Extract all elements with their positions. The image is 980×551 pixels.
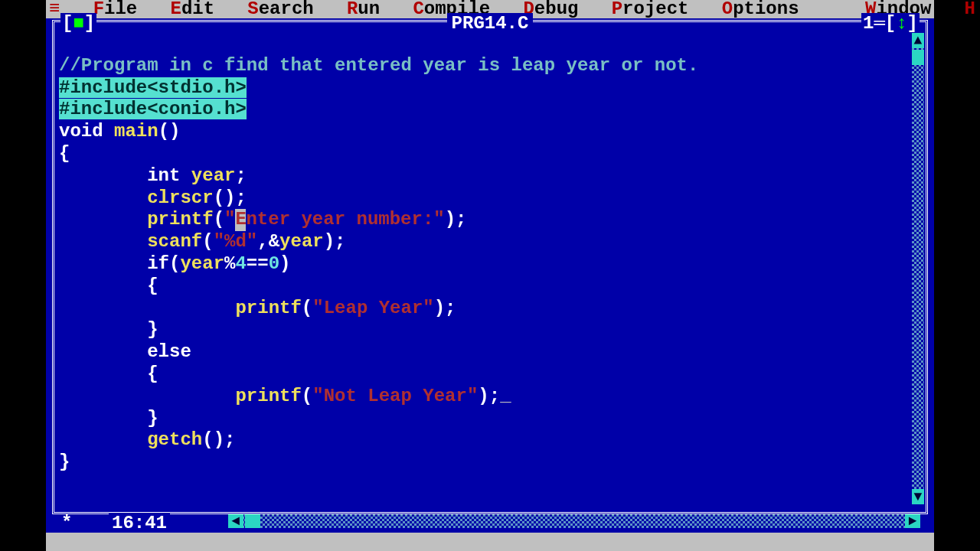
code-line: else [59,341,191,362]
scroll-thumb[interactable] [245,514,260,528]
menu-window[interactable]: Window [865,0,931,20]
menu-debug[interactable]: Debug [523,0,578,20]
editor-footer: * 16:41 ◄ ► [52,514,928,531]
code-line: #include<conio.h> [59,99,247,119]
menu-help[interactable]: Help [965,0,980,20]
code-editor[interactable]: //Program in c find that entered year is… [59,33,910,507]
code-line: printf("Enter year number:"); [59,209,467,230]
code-line: printf("Leap Year"); [59,298,456,318]
code-line: clrscr(); [59,187,247,208]
code-line: { [59,143,70,164]
scroll-up-icon[interactable]: ▲ [912,33,924,48]
vertical-scrollbar[interactable]: ▲ ▼ [912,33,924,504]
editor-frame: [■] PRG14.C 1═[↕] //Program in c find th… [52,20,928,514]
scroll-thumb[interactable] [912,50,924,65]
code-line: getch(); [59,429,235,450]
code-line: #include<stdio.h> [59,77,247,98]
code-line: } [59,408,158,429]
menu-search[interactable]: Search [247,0,313,20]
menu-edit[interactable]: Edit [170,0,214,20]
menu-file[interactable]: File [93,0,138,20]
menu-compile[interactable]: Compile [413,0,490,20]
cursor-position: 16:41 [109,513,170,535]
horizontal-scrollbar[interactable]: ◄ ► [228,514,920,528]
code-line: //Program in c find that entered year is… [59,55,698,76]
text-cursor: E [235,209,246,231]
scroll-left-icon[interactable]: ◄ [228,514,243,528]
menu-options[interactable]: Options [722,0,799,20]
system-menu-icon[interactable]: ≡ [49,0,60,20]
scroll-right-icon[interactable]: ► [905,514,920,528]
code-line: int year; [59,165,247,186]
code-line: printf("Not Leap Year");_ [59,386,511,406]
modified-indicator: * [61,513,72,535]
menu-run[interactable]: Run [347,0,380,20]
code-line: scanf("%d",&year); [59,231,346,252]
menu-project[interactable]: Project [612,0,689,20]
code-line: { [59,276,158,296]
code-line: } [59,319,158,340]
code-line: void main() [59,121,180,142]
editor-window: [■] PRG14.C 1═[↕] //Program in c find th… [46,18,934,533]
code-line: { [59,364,158,384]
scroll-down-icon[interactable]: ▼ [912,489,924,504]
code-line: } [59,452,70,472]
code-line: if(year%4==0) [59,253,290,274]
menu-bar[interactable]: ≡ File Edit Search Run Compile Debug Pro… [46,0,934,18]
status-bar: F1 Help F2 Save F3 Open Alt-F9 Compile F… [46,533,934,551]
